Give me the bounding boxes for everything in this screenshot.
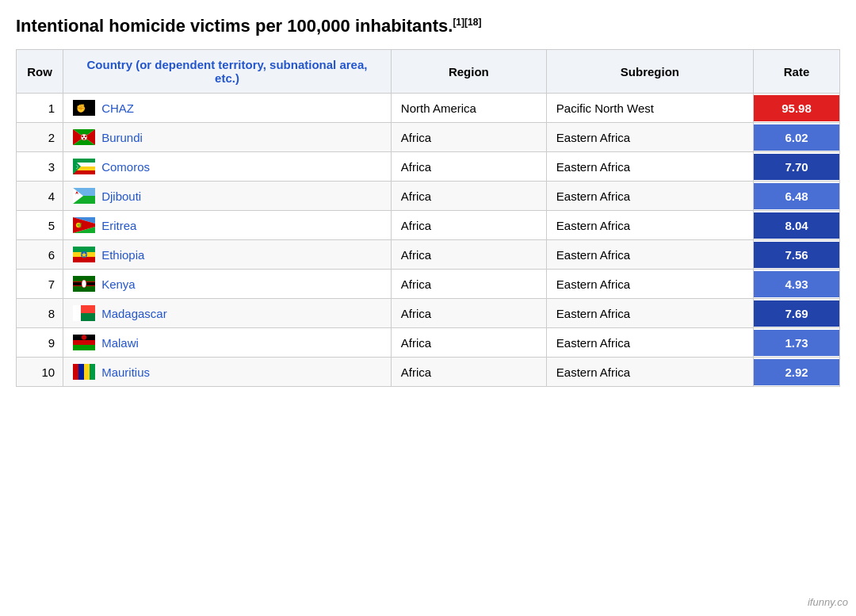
- region-cell: Africa: [391, 240, 546, 270]
- region-cell: North America: [391, 94, 546, 123]
- table-row: 5 🌿 EritreaAfricaEastern Africa8.04: [17, 211, 840, 240]
- country-name: Eritrea: [101, 219, 136, 232]
- country-name: Djibouti: [101, 189, 141, 203]
- country-name: CHAZ: [101, 101, 134, 115]
- country-name: Malawi: [101, 336, 139, 350]
- svg-rect-46: [73, 364, 78, 380]
- region-cell: Africa: [391, 182, 546, 211]
- svg-marker-2: [84, 100, 95, 116]
- eritrea-flag-icon: 🌿: [73, 217, 95, 233]
- row-number: 5: [17, 211, 63, 240]
- rate-header: Rate: [754, 50, 840, 94]
- region-header: Region: [391, 50, 546, 94]
- country-cell: 🌿 Eritrea: [63, 211, 392, 240]
- malawi-flag-icon: [73, 335, 95, 350]
- svg-rect-48: [84, 364, 90, 380]
- subregion-cell: Eastern Africa: [546, 211, 753, 240]
- table-row: 8 MadagascarAfricaEastern Africa7.69: [17, 299, 840, 328]
- chaz-flag-icon: ✊: [73, 100, 95, 116]
- rate-value: 7.69: [754, 300, 839, 327]
- svg-rect-44: [73, 345, 95, 350]
- country-name: Mauritius: [101, 365, 150, 379]
- row-number: 4: [17, 182, 63, 211]
- rate-cell: 8.04: [754, 211, 840, 240]
- row-number: 9: [17, 328, 63, 358]
- table-row: 1 ✊ CHAZNorth AmericaPacific North West9…: [17, 94, 840, 123]
- country-cell: Malawi: [63, 328, 392, 358]
- burundi-flag-icon: [73, 129, 95, 145]
- rate-value: 1.73: [754, 330, 839, 356]
- country-cell: Djibouti: [63, 182, 392, 211]
- svg-rect-31: [73, 257, 95, 262]
- row-header: Row: [17, 50, 63, 94]
- subregion-cell: Eastern Africa: [546, 328, 753, 358]
- rate-cell: 7.70: [754, 152, 840, 182]
- table-row: 7 KenyaAfricaEastern Africa4.93: [17, 270, 840, 299]
- rate-value: 4.93: [754, 271, 839, 297]
- table-row: 10 MauritiusAfricaEastern Africa2.92: [17, 358, 840, 387]
- svg-text:🌿: 🌿: [77, 223, 82, 228]
- svg-text:☽: ☽: [74, 164, 78, 170]
- rate-cell: 7.69: [754, 299, 840, 328]
- svg-rect-39: [73, 305, 81, 321]
- country-name: Kenya: [101, 277, 136, 291]
- svg-point-11: [85, 136, 86, 137]
- subregion-cell: Eastern Africa: [546, 240, 753, 270]
- rate-value: 95.98: [754, 95, 839, 121]
- rate-cell: 6.48: [754, 182, 840, 211]
- row-number: 8: [17, 299, 63, 328]
- comoros-flag-icon: ☽: [73, 159, 95, 174]
- table-header-row: Row Country (or dependent territory, sub…: [17, 50, 840, 94]
- svg-rect-40: [81, 305, 95, 313]
- rate-cell: 1.73: [754, 328, 840, 358]
- svg-point-10: [82, 136, 83, 137]
- mauritius-flag-icon: [73, 364, 95, 380]
- svg-rect-49: [90, 364, 95, 380]
- table-row: 3 ☽ ComorosAfricaEastern Africa7.70: [17, 152, 840, 182]
- region-cell: Africa: [391, 328, 546, 358]
- country-cell: Kenya: [63, 270, 392, 299]
- row-number: 1: [17, 94, 63, 123]
- region-cell: Africa: [391, 123, 546, 152]
- kenya-flag-icon: [73, 276, 95, 292]
- country-cell: Mauritius: [63, 358, 392, 387]
- svg-point-38: [82, 280, 86, 288]
- country-cell: Ethiopia: [63, 240, 392, 270]
- country-name: Madagascar: [101, 307, 167, 320]
- ethiopia-flag-icon: [73, 247, 95, 262]
- svg-rect-41: [81, 313, 95, 321]
- row-number: 10: [17, 358, 63, 387]
- svg-point-12: [83, 138, 85, 140]
- madagascar-flag-icon: [73, 305, 95, 321]
- row-number: 3: [17, 152, 63, 182]
- table-row: 9 MalawiAfricaEastern Africa1.73: [17, 328, 840, 358]
- rate-value: 6.48: [754, 183, 839, 209]
- subregion-cell: Eastern Africa: [546, 152, 753, 182]
- svg-point-45: [82, 335, 86, 340]
- rate-value: 2.92: [754, 359, 839, 385]
- svg-text:✊: ✊: [76, 103, 86, 113]
- rate-value: 7.70: [754, 154, 839, 180]
- country-cell: ☽ Comoros: [63, 152, 392, 182]
- svg-rect-29: [73, 247, 95, 252]
- rate-cell: 2.92: [754, 358, 840, 387]
- country-cell: Madagascar: [63, 299, 392, 328]
- region-cell: Africa: [391, 299, 546, 328]
- page-title: Intentional homicide victims per 100,000…: [16, 16, 840, 36]
- row-number: 7: [17, 270, 63, 299]
- rate-value: 7.56: [754, 242, 839, 268]
- subregion-header: Subregion: [546, 50, 753, 94]
- djibouti-flag-icon: [73, 188, 95, 204]
- svg-rect-43: [73, 340, 95, 345]
- table-row: 4 DjiboutiAfricaEastern Africa6.48: [17, 182, 840, 211]
- rate-cell: 95.98: [754, 94, 840, 123]
- rate-value: 8.04: [754, 212, 839, 239]
- subregion-cell: Eastern Africa: [546, 299, 753, 328]
- rate-value: 6.02: [754, 124, 839, 151]
- table-row: 2 BurundiAfricaEastern Africa6.02: [17, 123, 840, 152]
- rate-cell: 4.93: [754, 270, 840, 299]
- table-row: 6 EthiopiaAfricaEastern Africa7.56: [17, 240, 840, 270]
- region-cell: Africa: [391, 152, 546, 182]
- subregion-cell: Pacific North West: [546, 94, 753, 123]
- region-cell: Africa: [391, 211, 546, 240]
